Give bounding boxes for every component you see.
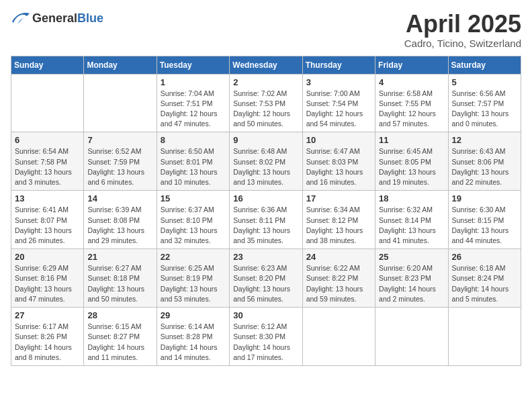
day-detail: Sunrise: 7:00 AM Sunset: 7:54 PM Dayligh… [306,89,371,130]
day-number: 20 [15,252,80,262]
day-detail: Sunrise: 6:50 AM Sunset: 8:01 PM Dayligh… [161,146,226,187]
day-detail: Sunrise: 6:15 AM Sunset: 8:27 PM Dayligh… [87,322,152,363]
day-detail: Sunrise: 7:04 AM Sunset: 7:51 PM Dayligh… [161,89,226,130]
calendar-cell [375,308,448,366]
calendar-cell: 17Sunrise: 6:34 AM Sunset: 8:12 PM Dayli… [302,191,375,249]
calendar-week-row: 6Sunrise: 6:54 AM Sunset: 7:58 PM Daylig… [11,132,521,191]
calendar-cell: 9Sunrise: 6:48 AM Sunset: 8:02 PM Daylig… [230,132,302,191]
day-detail: Sunrise: 6:17 AM Sunset: 8:26 PM Dayligh… [15,322,80,363]
calendar-cell: 1Sunrise: 7:04 AM Sunset: 7:51 PM Daylig… [157,74,229,132]
day-number: 18 [379,193,444,203]
logo-general: General [32,11,77,25]
calendar-week-row: 13Sunrise: 6:41 AM Sunset: 8:07 PM Dayli… [11,191,521,249]
location-title: Cadro, Ticino, Switzerland [404,38,521,49]
day-detail: Sunrise: 6:45 AM Sunset: 8:05 PM Dayligh… [379,146,444,187]
calendar-cell: 27Sunrise: 6:17 AM Sunset: 8:26 PM Dayli… [11,308,84,366]
day-number: 15 [161,193,226,203]
calendar-cell: 7Sunrise: 6:52 AM Sunset: 7:59 PM Daylig… [84,132,157,191]
calendar-cell: 19Sunrise: 6:30 AM Sunset: 8:15 PM Dayli… [448,191,521,249]
day-detail: Sunrise: 6:27 AM Sunset: 8:18 PM Dayligh… [87,263,152,304]
calendar-cell: 6Sunrise: 6:54 AM Sunset: 7:58 PM Daylig… [11,132,84,191]
day-number: 8 [161,135,226,145]
day-detail: Sunrise: 6:54 AM Sunset: 7:58 PM Dayligh… [15,146,80,187]
day-detail: Sunrise: 6:32 AM Sunset: 8:14 PM Dayligh… [379,205,444,246]
day-number: 17 [306,193,371,203]
day-detail: Sunrise: 6:34 AM Sunset: 8:12 PM Dayligh… [306,205,371,246]
day-detail: Sunrise: 6:23 AM Sunset: 8:20 PM Dayligh… [233,263,298,304]
day-number: 14 [87,193,152,203]
day-detail: Sunrise: 6:39 AM Sunset: 8:08 PM Dayligh… [87,205,152,246]
calendar-cell [11,74,84,132]
calendar-cell: 29Sunrise: 6:14 AM Sunset: 8:28 PM Dayli… [157,308,229,366]
day-detail: Sunrise: 6:25 AM Sunset: 8:19 PM Dayligh… [161,263,226,304]
day-detail: Sunrise: 6:48 AM Sunset: 8:02 PM Dayligh… [233,146,298,187]
day-detail: Sunrise: 6:30 AM Sunset: 8:15 PM Dayligh… [452,205,517,246]
logo-blue: Blue [77,11,103,25]
weekday-header: Monday [84,56,157,74]
day-number: 25 [379,252,444,262]
day-detail: Sunrise: 7:02 AM Sunset: 7:53 PM Dayligh… [233,89,298,130]
calendar-week-row: 20Sunrise: 6:29 AM Sunset: 8:16 PM Dayli… [11,249,521,308]
calendar-cell: 24Sunrise: 6:22 AM Sunset: 8:22 PM Dayli… [302,249,375,308]
calendar-cell: 14Sunrise: 6:39 AM Sunset: 8:08 PM Dayli… [84,191,157,249]
day-number: 22 [161,252,226,262]
calendar-cell: 10Sunrise: 6:47 AM Sunset: 8:03 PM Dayli… [302,132,375,191]
day-number: 16 [233,193,298,203]
month-title: April 2025 [404,11,521,38]
day-detail: Sunrise: 6:20 AM Sunset: 8:23 PM Dayligh… [379,263,444,304]
calendar-cell: 25Sunrise: 6:20 AM Sunset: 8:23 PM Dayli… [375,249,448,308]
weekday-header: Friday [375,56,448,74]
day-detail: Sunrise: 6:12 AM Sunset: 8:30 PM Dayligh… [233,322,298,363]
day-number: 1 [161,77,226,87]
weekday-header: Wednesday [230,56,302,74]
day-detail: Sunrise: 6:47 AM Sunset: 8:03 PM Dayligh… [306,146,371,187]
day-number: 21 [87,252,152,262]
day-detail: Sunrise: 6:36 AM Sunset: 8:11 PM Dayligh… [233,205,298,246]
calendar-cell: 11Sunrise: 6:45 AM Sunset: 8:05 PM Dayli… [375,132,448,191]
title-block: April 2025 Cadro, Ticino, Switzerland [404,11,521,49]
day-detail: Sunrise: 6:22 AM Sunset: 8:22 PM Dayligh… [306,263,371,304]
calendar-cell: 30Sunrise: 6:12 AM Sunset: 8:30 PM Dayli… [230,308,302,366]
calendar-cell: 8Sunrise: 6:50 AM Sunset: 8:01 PM Daylig… [157,132,229,191]
calendar-cell: 13Sunrise: 6:41 AM Sunset: 8:07 PM Dayli… [11,191,84,249]
day-detail: Sunrise: 6:14 AM Sunset: 8:28 PM Dayligh… [161,322,226,363]
calendar-cell: 15Sunrise: 6:37 AM Sunset: 8:10 PM Dayli… [157,191,229,249]
day-detail: Sunrise: 6:41 AM Sunset: 8:07 PM Dayligh… [15,205,80,246]
day-detail: Sunrise: 6:37 AM Sunset: 8:10 PM Dayligh… [161,205,226,246]
day-number: 3 [306,77,371,87]
calendar-cell [302,308,375,366]
calendar-cell: 18Sunrise: 6:32 AM Sunset: 8:14 PM Dayli… [375,191,448,249]
day-number: 13 [15,193,80,203]
calendar-cell: 12Sunrise: 6:43 AM Sunset: 8:06 PM Dayli… [448,132,521,191]
day-number: 19 [452,193,517,203]
calendar-week-row: 27Sunrise: 6:17 AM Sunset: 8:26 PM Dayli… [11,308,521,366]
day-number: 24 [306,252,371,262]
day-number: 29 [161,310,226,320]
weekday-header: Sunday [11,56,84,74]
page-header: GeneralBlue April 2025 Cadro, Ticino, Sw… [11,11,521,49]
day-number: 9 [233,135,298,145]
calendar-cell: 20Sunrise: 6:29 AM Sunset: 8:16 PM Dayli… [11,249,84,308]
day-number: 6 [15,135,80,145]
logo-text: GeneralBlue [32,11,103,26]
calendar-table: SundayMondayTuesdayWednesdayThursdayFrid… [11,56,521,366]
calendar-cell: 28Sunrise: 6:15 AM Sunset: 8:27 PM Dayli… [84,308,157,366]
day-number: 10 [306,135,371,145]
day-number: 27 [15,310,80,320]
calendar-cell: 3Sunrise: 7:00 AM Sunset: 7:54 PM Daylig… [302,74,375,132]
day-detail: Sunrise: 6:58 AM Sunset: 7:55 PM Dayligh… [379,89,444,130]
calendar-cell: 4Sunrise: 6:58 AM Sunset: 7:55 PM Daylig… [375,74,448,132]
day-number: 5 [452,77,517,87]
day-number: 28 [87,310,152,320]
logo-bird-icon [11,11,30,26]
weekday-header: Tuesday [157,56,229,74]
day-number: 26 [452,252,517,262]
day-number: 12 [452,135,517,145]
day-number: 4 [379,77,444,87]
calendar-cell: 16Sunrise: 6:36 AM Sunset: 8:11 PM Dayli… [230,191,302,249]
day-detail: Sunrise: 6:52 AM Sunset: 7:59 PM Dayligh… [87,146,152,187]
calendar-cell: 26Sunrise: 6:18 AM Sunset: 8:24 PM Dayli… [448,249,521,308]
day-detail: Sunrise: 6:18 AM Sunset: 8:24 PM Dayligh… [452,263,517,304]
day-number: 23 [233,252,298,262]
calendar-cell: 23Sunrise: 6:23 AM Sunset: 8:20 PM Dayli… [230,249,302,308]
